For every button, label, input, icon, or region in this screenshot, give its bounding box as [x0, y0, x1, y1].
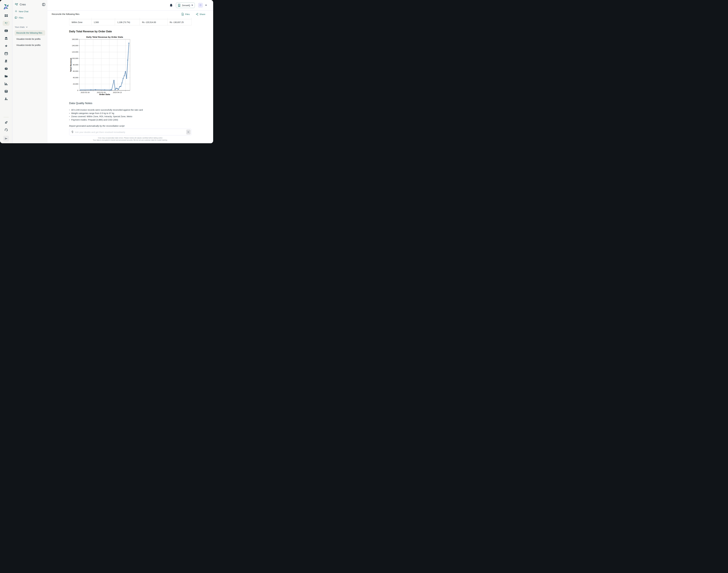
chat-input-box[interactable]: [69, 129, 192, 136]
app-title: Creo: [20, 3, 41, 6]
svg-text:0: 0: [77, 90, 78, 91]
svg-text:Total Revenue: Total Revenue: [70, 58, 72, 72]
chat-list-item[interactable]: Reconcile the following files: [15, 30, 45, 36]
note-bullet: •Payment modes: Prepaid (3,985) and COD …: [69, 119, 192, 121]
rail-item-folder[interactable]: [3, 74, 10, 79]
rail-item-bar-chart[interactable]: [3, 81, 10, 86]
notification-bell-icon[interactable]: [170, 4, 173, 7]
assistant-sparkles-icon: [4, 22, 8, 25]
your-chats-toggle[interactable]: Your chats: [15, 26, 45, 28]
main-panel: Reconcile the following files Files Shar…: [47, 11, 213, 143]
table-cell: 1,106 (73.7%): [115, 19, 140, 25]
send-button[interactable]: [186, 129, 191, 135]
invoice-receipt-icon: [4, 59, 8, 63]
rail-item-user-settings[interactable]: [3, 96, 10, 101]
message-input[interactable]: [74, 131, 186, 133]
user-menu-caret-icon[interactable]: [205, 5, 207, 7]
pinwheel-logo: [3, 3, 9, 10]
document-icon: [181, 13, 184, 15]
avatar-initial: D: [200, 4, 201, 7]
rail-item-rocket[interactable]: [3, 120, 10, 125]
new-chat-label: New Chat: [19, 10, 29, 13]
rail-item-assistant-sparkles[interactable]: [3, 21, 10, 26]
svg-text:20,000: 20,000: [73, 83, 78, 85]
files-nav-label: Files: [19, 16, 23, 19]
share-button-label: Share: [200, 13, 205, 15]
notes-list: •All 4,249 invoice records were successf…: [69, 109, 192, 121]
svg-text:2025-04-13: 2025-04-13: [113, 92, 122, 93]
chat-list: Reconcile the following filesVisualize t…: [15, 30, 45, 48]
svg-text:120,000: 120,000: [72, 51, 78, 53]
icon-rail: [0, 0, 12, 143]
chat-scroll-area[interactable]: Within Zone1,5001,106 (73.7%)Rs -120,514…: [47, 18, 213, 129]
conversation-header: Reconcile the following files Files Shar…: [47, 11, 213, 18]
note-bullet: •All 4,249 invoice records were successf…: [69, 109, 192, 111]
plus-icon: [15, 10, 17, 13]
chat-list-item[interactable]: Visualize trends for profits: [15, 36, 45, 42]
new-chat-button[interactable]: New Chat: [15, 10, 45, 13]
files-button-label: Files: [185, 13, 190, 15]
user-avatar[interactable]: D: [198, 3, 203, 8]
rail-item-dashboard[interactable]: [3, 13, 10, 18]
bullet-dot: •: [69, 115, 70, 118]
app-window: Creo New Chat Files Your chats Reconcile…: [0, 0, 213, 143]
files-button[interactable]: Files: [181, 13, 190, 15]
headset-icon: [4, 128, 8, 131]
rail-item-headset[interactable]: [3, 127, 10, 132]
lightning-icon: [4, 44, 8, 47]
panel-toggle-icon[interactable]: [42, 3, 45, 6]
chat-list-item[interactable]: Visualize trends for profits: [15, 43, 45, 48]
rail-item-invoice-receipt[interactable]: [3, 58, 10, 64]
rail-item-calendar[interactable]: [3, 51, 10, 56]
note-bullet: •Zones covered: Within Zone, ROI, Intrac…: [69, 115, 192, 118]
calendar-icon: [4, 52, 8, 55]
rail-item-package[interactable]: [3, 66, 10, 71]
org-selector[interactable]: ZenseiQ: [176, 3, 195, 8]
disclaimer-line-2: Your data is encrypted in transit and pr…: [47, 139, 213, 141]
folder-copy-icon: [15, 16, 17, 19]
folder-icon: [4, 75, 8, 78]
svg-text:Daily Total Revenue by Order D: Daily Total Revenue by Order Date: [86, 36, 123, 38]
bullet-dot: •: [69, 119, 70, 121]
svg-text:2025-03-16: 2025-03-16: [81, 92, 90, 93]
org-name: ZenseiQ: [182, 4, 190, 7]
note-bullet: •Weight categories range from 0.5 kg to …: [69, 112, 192, 115]
rail-item-database[interactable]: [3, 89, 10, 94]
svg-text:160,000: 160,000: [72, 39, 78, 40]
topbar: ZenseiQ D: [47, 0, 213, 11]
disclaimer-line-1: Creo may occasionally make errors. Pleas…: [47, 137, 213, 139]
building-icon: [178, 4, 180, 7]
rail-nav: [3, 12, 10, 101]
notes-heading: Data Quality Notes: [69, 102, 192, 105]
revenue-line-chart: 2025-03-162025-03-302025-04-13020,00040,…: [69, 35, 192, 97]
user-settings-icon: [4, 97, 8, 100]
dashboard-icon: [4, 14, 8, 17]
bullet-dot: •: [69, 109, 70, 111]
share-icon: [196, 13, 198, 15]
svg-text:40,000: 40,000: [73, 77, 78, 79]
poll-chart-icon: [4, 29, 8, 32]
screen: Creo New Chat Files Your chats Reconcile…: [0, 0, 213, 143]
bullet-dot: •: [69, 112, 70, 115]
files-nav-button[interactable]: Files: [15, 16, 45, 19]
report-footnote: Report generated automatically by the re…: [69, 125, 192, 127]
org-caret-down-icon: [192, 5, 193, 7]
rail-item-lightning[interactable]: [3, 43, 10, 49]
assistant-message: Within Zone1,5001,106 (73.7%)Rs -120,514…: [69, 18, 192, 127]
chevron-down-icon: [26, 26, 28, 28]
share-button[interactable]: Share: [196, 13, 205, 15]
rail-item-approval-stamp[interactable]: [3, 36, 10, 41]
reconciliation-table: Within Zone1,5001,106 (73.7%)Rs -120,514…: [69, 18, 192, 25]
rail-divider: [3, 117, 9, 117]
collapse-sidebar-button[interactable]: [3, 136, 9, 142]
rocket-icon: [4, 121, 8, 124]
chat-sidebar: Creo New Chat Files Your chats Reconcile…: [12, 0, 47, 143]
table-cell: Rs -120,514.00: [140, 19, 167, 25]
svg-text:80,000: 80,000: [73, 64, 78, 66]
table-cell: 1,500: [92, 19, 115, 25]
package-icon: [4, 67, 8, 70]
table-row-partial: [69, 18, 192, 19]
database-icon: [4, 90, 8, 93]
attachment-paperclip-icon[interactable]: [71, 131, 74, 134]
rail-item-poll-chart[interactable]: [3, 28, 10, 33]
